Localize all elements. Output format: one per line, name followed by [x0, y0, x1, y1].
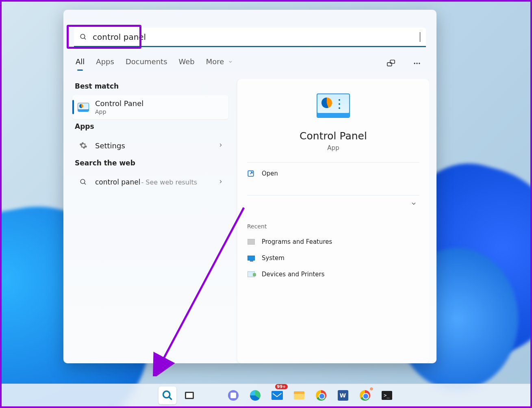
open-icon: [247, 170, 254, 177]
open-label: Open: [262, 170, 278, 177]
tab-more[interactable]: More: [206, 57, 233, 70]
mail-button[interactable]: 99+: [268, 386, 286, 404]
section-search-web: Search the web: [75, 159, 226, 167]
tab-more-label: More: [206, 57, 224, 66]
preview-column: Control Panel App Open Recent Programs a…: [237, 79, 429, 363]
section-apps: Apps: [75, 122, 226, 130]
search-icon: [77, 176, 89, 188]
chrome-icon: [359, 390, 371, 401]
result-settings[interactable]: Settings: [72, 135, 228, 156]
search-icon: [162, 390, 173, 401]
result-title: Settings: [95, 141, 218, 150]
chrome-button[interactable]: [312, 386, 330, 404]
svg-point-11: [163, 391, 169, 397]
open-action[interactable]: Open: [247, 163, 419, 184]
filter-tabs: All Apps Documents Web More: [76, 56, 424, 71]
result-subtitle: App: [95, 109, 224, 115]
taskview-button[interactable]: [180, 386, 198, 404]
chrome-profile-button[interactable]: [356, 386, 374, 404]
recent-system[interactable]: System: [247, 250, 419, 266]
search-input[interactable]: control panel: [93, 32, 420, 42]
recent-label: Programs and Features: [262, 238, 332, 245]
svg-line-1: [84, 38, 86, 39]
chevron-right-icon: [218, 178, 224, 186]
recent-title: Recent: [247, 223, 419, 230]
chat-button[interactable]: [224, 386, 242, 404]
web-suffix: - See web results: [141, 178, 198, 186]
more-options-button[interactable]: [410, 56, 424, 71]
printer-icon: [247, 270, 255, 278]
svg-point-0: [80, 34, 85, 39]
mail-icon: [271, 390, 283, 401]
system-icon: [247, 254, 255, 262]
search-panel: control panel All Apps Documents Web Mor…: [63, 10, 436, 363]
ellipsis-icon: [413, 59, 421, 67]
file-explorer-button[interactable]: [290, 386, 308, 404]
edge-icon: [250, 390, 261, 401]
search-icon: [80, 33, 87, 41]
tab-all[interactable]: All: [76, 57, 85, 70]
result-title: Control Panel: [95, 99, 224, 108]
gear-icon: [77, 139, 89, 152]
edge-button[interactable]: [246, 386, 264, 404]
web-query: control panel: [95, 178, 141, 186]
folder-icon: [293, 390, 305, 401]
chevron-down-icon: [228, 57, 233, 66]
widgets-icon: [206, 390, 217, 401]
results-column: Best match Control Panel App Apps Settin…: [71, 79, 232, 363]
recent-label: Devices and Printers: [262, 271, 325, 278]
recent-label: System: [262, 254, 284, 262]
text-caret: [420, 32, 420, 42]
control-panel-icon: [77, 101, 89, 113]
word-button[interactable]: W: [334, 386, 352, 404]
feedback-icon: [387, 59, 395, 68]
widgets-button[interactable]: [202, 386, 220, 404]
chevron-right-icon: [218, 142, 224, 150]
terminal-button[interactable]: >_: [378, 386, 396, 404]
svg-line-8: [84, 183, 86, 184]
preview-title: Control Panel: [300, 130, 367, 142]
teams-icon: [228, 390, 239, 401]
recent-programs-features[interactable]: Programs and Features: [247, 234, 419, 250]
profile-indicator: [369, 387, 373, 391]
chrome-icon: [315, 390, 327, 401]
search-box[interactable]: control panel: [74, 28, 426, 47]
svg-point-4: [414, 63, 415, 64]
tab-documents[interactable]: Documents: [126, 57, 167, 70]
feedback-button[interactable]: [384, 56, 398, 71]
windows-icon: [140, 390, 151, 401]
tab-apps[interactable]: Apps: [96, 57, 114, 70]
taskbar: 99+ W >_: [2, 384, 530, 406]
word-icon: W: [337, 390, 349, 401]
section-best-match: Best match: [75, 82, 226, 90]
chevron-down-icon: [410, 200, 417, 207]
recent-devices-printers[interactable]: Devices and Printers: [247, 266, 419, 282]
start-button[interactable]: [137, 386, 154, 404]
programs-icon: [247, 238, 255, 246]
taskview-icon: [184, 390, 195, 401]
svg-point-6: [419, 63, 420, 64]
taskbar-search-button[interactable]: [159, 386, 176, 404]
tab-web[interactable]: Web: [179, 57, 195, 70]
terminal-icon: >_: [381, 390, 393, 401]
svg-line-12: [169, 397, 172, 399]
svg-point-5: [416, 63, 417, 64]
svg-point-7: [80, 179, 85, 184]
preview-subtitle: App: [327, 144, 339, 152]
control-panel-icon-large: [317, 93, 350, 118]
result-web-search[interactable]: control panel - See web results: [72, 172, 228, 192]
mail-badge: 99+: [275, 384, 287, 389]
result-control-panel[interactable]: Control Panel App: [72, 95, 228, 119]
expand-actions-button[interactable]: [408, 198, 419, 211]
